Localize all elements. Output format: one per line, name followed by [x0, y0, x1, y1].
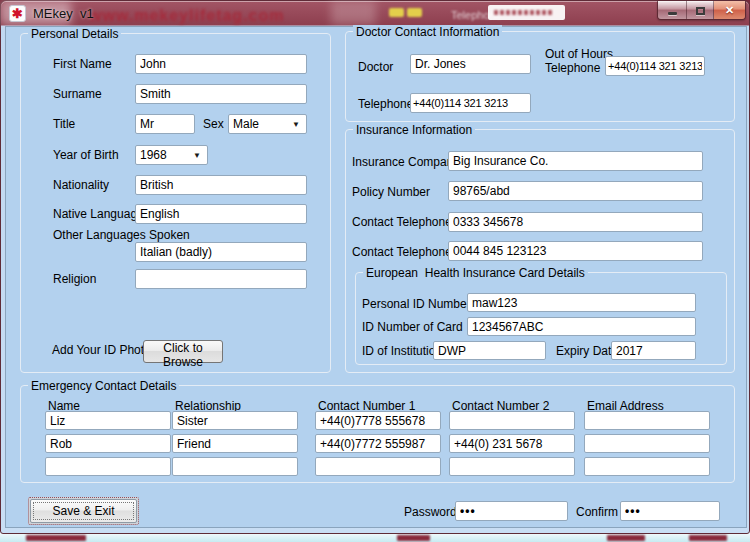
contact-telephone-2-label: Contact Telephone 2	[352, 245, 462, 259]
institution-id-input[interactable]	[433, 341, 546, 360]
out-of-hours-telephone-input[interactable]	[605, 56, 705, 76]
card-id-number-input[interactable]	[467, 317, 696, 336]
year-of-birth-value: 1968	[140, 148, 167, 162]
glass-highlight	[331, 1, 376, 25]
surname-label: Surname	[53, 87, 102, 101]
emergency-contact2-input-2[interactable]	[449, 434, 575, 453]
sex-select[interactable]: Male ▼	[228, 114, 307, 134]
emergency-name-input-2[interactable]	[45, 434, 171, 453]
ehic-group-title: European Health Insurance Card Details	[363, 266, 588, 280]
background-url-text: www.mekeylifetag.com	[89, 7, 284, 25]
password-input[interactable]	[455, 501, 568, 521]
insurance-group-title: Insurance Information	[353, 123, 475, 137]
emergency-contact1-input-3[interactable]	[315, 457, 441, 476]
emergency-contact1-input-2[interactable]	[315, 434, 441, 453]
maximize-icon	[696, 7, 705, 15]
year-of-birth-label: Year of Birth	[53, 148, 119, 162]
close-icon: ✕	[725, 4, 734, 17]
emergency-name-input-3[interactable]	[45, 457, 171, 476]
emergency-relationship-input-1[interactable]	[172, 411, 298, 430]
doctor-telephone-label: Telephone	[358, 97, 413, 111]
doctor-input[interactable]	[410, 54, 531, 74]
out-of-hours-label-line1: Out of Hours	[545, 47, 613, 61]
background-blob	[389, 8, 404, 17]
out-of-hours-label-line2: Telephone	[545, 61, 600, 75]
contact-telephone-1-input[interactable]	[448, 212, 703, 232]
emergency-email-input-2[interactable]	[584, 434, 710, 453]
doctor-group-title: Doctor Contact Information	[353, 25, 502, 39]
first-name-input[interactable]	[135, 54, 307, 74]
save-exit-button-focus-ring: Save & Exit	[28, 497, 139, 525]
emergency-email-input-3[interactable]	[584, 457, 710, 476]
emergency-contact2-input-3[interactable]	[449, 457, 575, 476]
id-photo-label: Add Your ID Photo	[52, 343, 151, 357]
caption-buttons: ✕	[657, 1, 746, 20]
sex-label: Sex	[203, 117, 224, 131]
close-button[interactable]: ✕	[714, 1, 745, 19]
screen: www.mekeylifetag.com Telephone ✱ MEkey v…	[0, 0, 750, 542]
personal-id-number-input[interactable]	[467, 293, 696, 312]
doctor-telephone-input[interactable]	[410, 93, 531, 113]
religion-label: Religion	[53, 272, 96, 286]
emergency-relationship-input-2[interactable]	[172, 434, 298, 453]
emergency-contact2-input-1[interactable]	[449, 411, 575, 430]
background-input-box	[488, 5, 565, 20]
nationality-label: Nationality	[53, 178, 109, 192]
app-icon: ✱	[9, 5, 26, 22]
personal-details-title: Personal Details	[28, 27, 121, 41]
password-label: Password	[404, 505, 457, 519]
chevron-down-icon: ▼	[193, 151, 203, 160]
emergency-contact1-input-1[interactable]	[315, 411, 441, 430]
contact-telephone-1-label: Contact Telephone 1	[352, 215, 462, 229]
emergency-relationship-input-3[interactable]	[172, 457, 298, 476]
expiry-date-label: Expiry Date	[556, 344, 618, 358]
title-label: Title	[53, 117, 75, 131]
title-input[interactable]	[135, 114, 195, 134]
native-language-input[interactable]	[135, 204, 307, 224]
confirm-input[interactable]	[620, 501, 720, 521]
expiry-date-input[interactable]	[611, 341, 696, 360]
chevron-down-icon: ▼	[292, 120, 302, 129]
save-exit-button[interactable]: Save & Exit	[30, 499, 137, 523]
emergency-email-input-1[interactable]	[584, 411, 710, 430]
native-language-label: Native Language	[53, 207, 144, 221]
personal-id-number-label: Personal ID Number	[362, 297, 471, 311]
nationality-input[interactable]	[135, 175, 307, 195]
doctor-label: Doctor	[358, 60, 393, 74]
insurance-company-input[interactable]	[448, 151, 703, 171]
year-of-birth-select[interactable]: 1968 ▼	[135, 145, 208, 165]
religion-input[interactable]	[135, 269, 307, 289]
sex-value: Male	[233, 117, 259, 131]
card-id-number-label: ID Number of Card	[362, 320, 463, 334]
insurance-company-label: Insurance Company	[352, 155, 459, 169]
emergency-group-title: Emergency Contact Details	[28, 379, 179, 393]
minimize-button[interactable]	[658, 1, 687, 19]
first-name-label: First Name	[53, 57, 112, 71]
background-blob	[407, 8, 422, 17]
other-languages-input[interactable]	[135, 242, 307, 262]
policy-number-input[interactable]	[448, 181, 703, 201]
confirm-label: Confirm	[576, 505, 618, 519]
desktop-background-strip	[0, 534, 750, 542]
surname-input[interactable]	[135, 84, 307, 104]
browse-photo-button[interactable]: Click to Browse	[143, 340, 223, 363]
minimize-icon	[668, 12, 677, 15]
institution-id-label: ID of Institution	[362, 344, 442, 358]
maximize-button[interactable]	[687, 1, 714, 19]
policy-number-label: Policy Number	[352, 185, 430, 199]
window-title: MEkey v1	[33, 6, 94, 21]
other-languages-label: Other Languages Spoken	[53, 228, 190, 242]
contact-telephone-2-input[interactable]	[448, 241, 703, 261]
emergency-name-input-1[interactable]	[45, 411, 171, 430]
